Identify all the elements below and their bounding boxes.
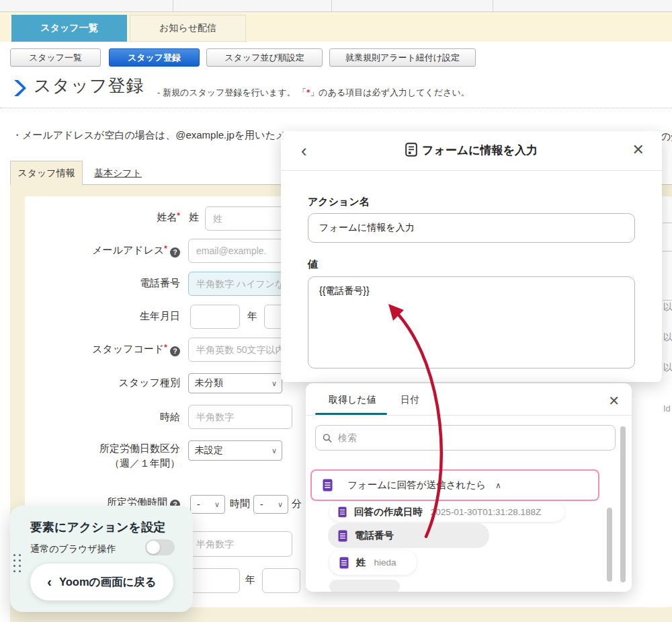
select-value: 未設定 bbox=[195, 444, 223, 457]
toggle-knob bbox=[146, 541, 160, 554]
search-input[interactable] bbox=[337, 432, 608, 444]
action-name-label: アクション名 bbox=[308, 196, 370, 208]
item-value: hieda bbox=[374, 557, 396, 568]
note-text: 」のある項目は必ず入力してください。 bbox=[310, 87, 469, 98]
picker-item-created-at[interactable]: 回答の作成日時 2025-01-30T01:31:28.188Z bbox=[329, 502, 564, 522]
edge-fragment-line bbox=[663, 300, 672, 301]
form-doc-icon bbox=[339, 557, 349, 569]
list-scrollbar[interactable] bbox=[607, 508, 612, 582]
work-rule-alert-button[interactable]: 就業規則アラート紐付け設定 bbox=[329, 48, 476, 67]
name-label: 姓名* bbox=[27, 211, 180, 224]
value-textarea[interactable]: {{電話番号}} bbox=[308, 276, 635, 368]
hourly-wage-label: 時給 bbox=[27, 411, 180, 424]
top-table-strip bbox=[0, 0, 672, 12]
group-label: フォームに回答が送信されたら bbox=[347, 479, 486, 492]
working-days-label: 所定労働日数区分 bbox=[27, 442, 180, 455]
tab-date[interactable]: 日付 bbox=[401, 394, 419, 406]
widget-title: 要素にアクションを設定 bbox=[30, 519, 165, 535]
minutes-unit: 分 bbox=[292, 498, 302, 510]
phone-label: 電話番号 bbox=[27, 277, 180, 290]
form-doc-icon bbox=[338, 530, 347, 542]
help-icon[interactable]: ? bbox=[170, 346, 180, 356]
tab-staff-list[interactable]: スタッフ一覧 bbox=[11, 15, 127, 42]
birth-year-input[interactable] bbox=[190, 305, 240, 329]
search-box[interactable] bbox=[315, 425, 616, 451]
edge-fragment-line bbox=[663, 251, 672, 251]
required-star: * bbox=[164, 244, 167, 254]
chevron-up-icon[interactable]: ∧ bbox=[495, 481, 501, 490]
chevron-down-icon: ∨ bbox=[278, 500, 283, 509]
label-text: 姓名 bbox=[157, 211, 177, 223]
item-label: 姓 bbox=[356, 556, 366, 569]
close-icon[interactable]: ✕ bbox=[608, 393, 620, 409]
hidden-month-input[interactable] bbox=[262, 568, 300, 593]
chevron-left-icon: ‹ bbox=[47, 574, 52, 590]
select-value: - bbox=[197, 499, 200, 510]
chevron-down-icon: ∨ bbox=[271, 446, 277, 455]
required-star: * bbox=[164, 343, 167, 352]
chevron-down-icon: ∨ bbox=[271, 379, 277, 388]
year-unit: 年 bbox=[245, 574, 255, 586]
item-label: 電話番号 bbox=[355, 529, 394, 542]
form-doc-icon bbox=[338, 506, 347, 518]
note-text: - 新規のスタッフ登録を行います。 「 bbox=[157, 87, 306, 98]
tab-notice-delivery[interactable]: お知らせ配信 bbox=[130, 15, 246, 42]
picker-item-phone[interactable]: 電話番号 bbox=[328, 523, 489, 548]
panel-title-text: フォームに情報を入力 bbox=[422, 144, 538, 157]
divider bbox=[331, 0, 332, 11]
browser-mode-label: 通常のブラウザ操作 bbox=[30, 543, 116, 555]
tab-basic-shift[interactable]: 基本シフト bbox=[94, 167, 142, 180]
working-days-select[interactable]: 未設定 ∨ bbox=[188, 440, 282, 461]
staff-order-button[interactable]: スタッフ並び順設定 bbox=[206, 48, 323, 67]
search-icon bbox=[323, 433, 332, 443]
notice-text-fragment: の受 bbox=[661, 130, 672, 143]
edge-fragment-line bbox=[663, 223, 672, 223]
picker-item-last-name[interactable]: 姓 hieda bbox=[329, 550, 417, 575]
action-name-input[interactable] bbox=[308, 213, 635, 243]
browser-mode-toggle[interactable] bbox=[145, 539, 175, 555]
email-label: メールアドレス*? bbox=[27, 244, 180, 258]
page-title-note: - 新規のスタッフ登録を行います。 「*」のある項目は必ず入力してください。 bbox=[157, 87, 470, 99]
staff-type-select[interactable]: 未分類 ∨ bbox=[188, 373, 282, 393]
edge-fragment-text: Id bbox=[663, 403, 671, 414]
edge-fragment-text: 以 bbox=[663, 362, 672, 374]
back-to-yoom-button[interactable]: ‹ Yoomの画面に戻る bbox=[30, 563, 173, 600]
help-icon[interactable]: ? bbox=[170, 247, 180, 258]
select-value: 未分類 bbox=[195, 377, 223, 389]
main-tab-band: スタッフ一覧 お知らせ配信 bbox=[0, 12, 672, 42]
staff-type-label: スタッフ種別 bbox=[27, 377, 180, 389]
select-value: - bbox=[260, 499, 263, 510]
staff-code-label: スタッフコード*? bbox=[27, 343, 180, 356]
screen: スタッフ一覧 お知らせ配信 スタッフ一覧 スタッフ登録 スタッフ並び順設定 就業… bbox=[0, 0, 672, 622]
drag-handle[interactable] bbox=[13, 554, 21, 572]
label-text: スタッフコード bbox=[92, 343, 164, 354]
staff-list-button[interactable]: スタッフ一覧 bbox=[10, 48, 101, 67]
birthdate-label: 生年月日 bbox=[27, 310, 180, 323]
title-chevron-icon bbox=[13, 79, 27, 97]
tab-obtained-values[interactable]: 取得した値 bbox=[329, 394, 376, 406]
hourly-wage-input[interactable] bbox=[188, 405, 292, 429]
item-value: 2025-01-30T01:31:28.188Z bbox=[431, 507, 541, 517]
staff-register-button[interactable]: スタッフ登録 bbox=[109, 48, 200, 67]
form-doc-icon bbox=[323, 479, 333, 492]
title-separator bbox=[0, 108, 672, 108]
hidden-year-input[interactable] bbox=[188, 568, 240, 593]
hidden-number-input[interactable] bbox=[188, 531, 292, 557]
divider bbox=[493, 0, 493, 11]
panel-title: フォームに情報を入力 bbox=[281, 143, 662, 158]
chevron-down-icon: ∨ bbox=[214, 500, 220, 509]
picker-item-cut[interactable] bbox=[329, 580, 400, 592]
trigger-group-row[interactable]: フォームに回答が送信されたら ∧ bbox=[310, 469, 599, 501]
close-icon[interactable]: ✕ bbox=[632, 141, 644, 159]
edge-fragment-text: 以 bbox=[663, 332, 672, 344]
hours-select[interactable]: - ∨ bbox=[190, 495, 225, 514]
value-picker-popup: 取得した値 日付 ✕ フォームに回答が送信されたら ∧ bbox=[306, 383, 632, 592]
tab-staff-info[interactable]: スタッフ情報 bbox=[10, 161, 83, 185]
minutes-select[interactable]: - ∨ bbox=[253, 495, 288, 514]
working-days-label2: （週／１年間） bbox=[27, 457, 180, 470]
tabs-divider bbox=[306, 415, 632, 416]
hours-unit: 時間 bbox=[230, 498, 250, 510]
value-label: 値 bbox=[308, 258, 318, 271]
popup-scrollbar[interactable] bbox=[620, 426, 626, 582]
back-to-yoom-label: Yoomの画面に戻る bbox=[59, 575, 157, 590]
